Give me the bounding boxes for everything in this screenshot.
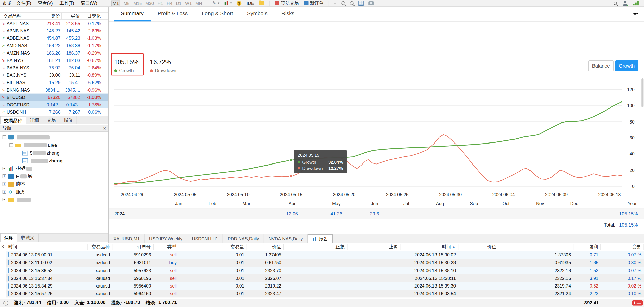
report-tab-symbols[interactable]: Symbols [240, 7, 274, 21]
tree-expander-icon[interactable]: + [3, 182, 6, 186]
market-watch-row[interactable]: ↘BKNG.NAS3834....3845....-0.96% [0, 86, 108, 93]
timeframe-H1[interactable]: H1 [158, 1, 163, 5]
menu-查看(V)[interactable]: 查看(V) [38, 0, 53, 6]
market-watch-row[interactable]: ↗USDCNH7.2667.2670.06% [0, 108, 108, 116]
tree-expander-icon[interactable]: − [3, 135, 6, 139]
chart-tab-XAUUSD-M1[interactable]: XAUUSD,M1 [109, 234, 145, 243]
navigator-tree-item[interactable]: +⚙服务 [0, 188, 108, 196]
draw-tool-button[interactable]: ✎▾ [212, 1, 219, 6]
timeframe-M1[interactable]: M1 [111, 0, 120, 6]
tab-注释[interactable]: 注释 [0, 233, 17, 242]
zoom-in-button[interactable] [341, 1, 345, 5]
menu-窗口(W)[interactable]: 窗口(W) [81, 0, 97, 6]
history-row[interactable]: 2024.06.13 15:36:52xauusd5957623sell0.01… [6, 267, 644, 274]
history-header-cell[interactable]: 价位 [247, 244, 284, 250]
tree-expander-icon[interactable]: + [3, 190, 6, 194]
timeframe-MN[interactable]: MN [195, 1, 202, 5]
history-header-cell[interactable]: 价位 [458, 244, 573, 250]
history-row[interactable]: 2024.06.13 11:00:02nzdusd5931011buy0.010… [6, 259, 644, 267]
navigator-tree-item[interactable]: − [0, 133, 108, 141]
new-order-button[interactable]: +新订单 [304, 0, 324, 6]
history-header-cell[interactable]: 止损 [284, 244, 347, 250]
tree-expander-icon[interactable]: + [3, 167, 6, 170]
navigator-tree-item[interactable]: zheng [0, 157, 108, 165]
history-header-cell[interactable]: 时间 [6, 244, 88, 250]
report-tab-long-short[interactable]: Long & Short [195, 7, 240, 21]
market-watch-row[interactable]: ↘BABA.NYS75.9276.04-2.64% [0, 64, 108, 71]
balance-toggle-button[interactable]: Balance [588, 60, 614, 71]
plus-circle-icon[interactable] [3, 301, 8, 305]
history-header-cell[interactable]: 止盈 [348, 244, 401, 250]
history-header-cell[interactable]: 订单号 [112, 244, 154, 250]
navigator-tree-item[interactable]: − Live [0, 141, 108, 149]
tab-详细[interactable]: 详细 [26, 116, 43, 124]
menu-工具(T)[interactable]: 工具(T) [60, 0, 74, 6]
growth-chart[interactable] [114, 76, 622, 191]
screenshot-button[interactable] [368, 1, 374, 5]
chart-tab-PDD-NAS-Daily[interactable]: PDD.NAS,Daily [223, 234, 264, 243]
account-status-button[interactable] [623, 1, 628, 5]
timeframe-M15[interactable]: M15 [133, 1, 142, 5]
tab-报价[interactable]: 报价 [60, 116, 77, 124]
open-folder-button[interactable] [259, 1, 264, 5]
search-button[interactable] [614, 2, 617, 5]
algo-trading-button[interactable]: 算法交易 [275, 0, 299, 6]
download-report-button[interactable] [631, 10, 639, 18]
chart-tab-report[interactable]: 报告 [308, 234, 333, 243]
crosshair-button[interactable]: + [334, 1, 336, 5]
history-header-cell[interactable]: 时间▲ [401, 244, 458, 250]
navigator-tree-item[interactable]: + [0, 196, 108, 203]
market-watch-row[interactable]: ↘AAPL.NAS213.41213.550.17% [0, 20, 108, 27]
market-watch-row[interactable]: ↘BTCUSD6732067362-1.08% [0, 94, 108, 101]
history-row[interactable]: 2024.06.13 15:34:29xauusd5956400sell0.01… [6, 282, 644, 290]
timeframe-H4[interactable]: H4 [167, 1, 172, 5]
history-header-cell[interactable]: 交易品种 [88, 244, 112, 250]
ide-button[interactable]: IDE [247, 1, 254, 5]
market-watch-row[interactable]: ↗AMZN.NAS186.26186.37-0.29% [0, 49, 108, 57]
market-watch-row[interactable]: •BAC.NYS39.0039.11-0.89% [0, 71, 108, 79]
market-watch-row[interactable]: ↘ABNB.NAS145.27145.42-2.63% [0, 27, 108, 34]
growth-toggle-button[interactable]: Growth [615, 60, 638, 71]
history-header-cell[interactable]: 类型 [154, 244, 179, 250]
report-tab-profit-loss[interactable]: Profit & Loss [150, 7, 195, 21]
chart-tab-USDJPY-Weekly[interactable]: USDJPY,Weekly [145, 234, 187, 243]
history-header-cell[interactable]: 变更 [601, 244, 644, 250]
history-row[interactable]: 2024.06.13 15:37:34xauusd5958195sell0.01… [6, 274, 644, 282]
tree-expander-icon[interactable]: + [3, 174, 6, 178]
market-watch-row[interactable]: ↘DOGEUSD0.142..0.143..-1.78% [0, 101, 108, 108]
toolbox-close-button[interactable]: × [1, 244, 4, 250]
chart-tab-USDCNH-H1[interactable]: USDCNH,H1 [187, 234, 223, 243]
timeframe-W1[interactable]: W1 [185, 1, 192, 5]
history-header-cell[interactable]: 盈利 [573, 244, 601, 250]
tree-expander-icon[interactable]: + [3, 198, 6, 201]
history-row[interactable]: 2024.06.13 05:00:01usdcad5910296sell0.01… [6, 251, 644, 259]
navigator-tree-item[interactable]: +指标 [0, 165, 108, 172]
navigator-tree-item[interactable]: 5 zheng [0, 149, 108, 157]
deposit-button[interactable]: $ [237, 1, 241, 5]
report-tab-risks[interactable]: Risks [274, 7, 301, 21]
market-watch-row[interactable]: ↘BILI.NAS15.2915.416.62% [0, 79, 108, 86]
market-watch-row[interactable]: ↘BA.NYS181.21182.03-0.67% [0, 57, 108, 64]
tile-windows-button[interactable] [358, 1, 363, 5]
market-watch-row[interactable]: ↗ADBE.NAS454.87455.23-1.03% [0, 34, 108, 42]
menu-文件(F)[interactable]: 文件(F) [16, 0, 31, 6]
report-scrollbar[interactable] [641, 78, 643, 107]
connection-button[interactable] [633, 1, 639, 5]
timeframe-D1[interactable]: D1 [176, 1, 182, 5]
timeframe-M5[interactable]: M5 [124, 1, 130, 5]
history-header-cell[interactable]: 交易量 [179, 244, 247, 250]
tab-交易品种[interactable]: 交易品种 [0, 116, 26, 124]
close-icon[interactable]: × [103, 126, 106, 131]
navigator-tree-item[interactable]: +E易 [0, 172, 108, 180]
tree-expander-icon[interactable]: − [9, 143, 13, 147]
report-tab-summary[interactable]: Summary [114, 7, 150, 21]
history-row[interactable]: 2024.06.13 15:57:25xauusd5964150sell0.01… [6, 290, 644, 297]
chart-tab-NVDA-NAS-Daily[interactable]: NVDA.NAS,Daily [264, 234, 308, 243]
navigator-tree-item[interactable]: +脚本 [0, 180, 108, 188]
timeframe-M30[interactable]: M30 [145, 1, 154, 5]
zoom-out-button[interactable] [350, 1, 354, 5]
market-watch-row[interactable]: ↗AMD.NAS158.22158.38-1.17% [0, 42, 108, 49]
tab-交易[interactable]: 交易 [43, 116, 60, 124]
chart-type-button[interactable]: ▾ [224, 1, 232, 5]
market-watch-column-header[interactable]: 买价 [62, 13, 81, 19]
